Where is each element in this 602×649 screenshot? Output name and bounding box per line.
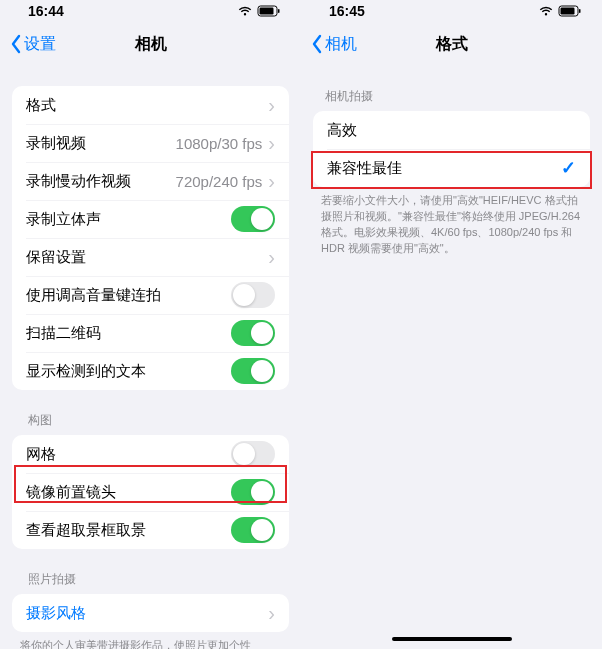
section-header-composition: 构图 [0, 390, 301, 435]
home-indicator [392, 637, 512, 641]
battery-icon [257, 5, 281, 17]
group-formats: 高效兼容性最佳✓ [313, 111, 590, 187]
back-label: 相机 [325, 34, 357, 55]
chevron-right-icon: › [268, 603, 275, 623]
status-time: 16:44 [28, 3, 64, 19]
cell-label: 镜像前置镜头 [26, 483, 231, 502]
chevron-right-icon: › [268, 171, 275, 191]
toggle[interactable] [231, 441, 275, 467]
cell-label: 扫描二维码 [26, 324, 231, 343]
photo-row-0[interactable]: 摄影风格› [12, 594, 289, 632]
cell-label: 兼容性最佳 [327, 159, 561, 178]
chevron-left-icon [10, 34, 22, 54]
cell-label: 显示检测到的文本 [26, 362, 231, 381]
screen-formats: 16:45 相机 格式 相机拍摄 高效兼容性最佳✓ 若要缩小文件大小，请使用"高… [301, 0, 602, 649]
cell-label: 高效 [327, 121, 576, 140]
group-main: 格式›录制视频1080p/30 fps›录制慢动作视频720p/240 fps›… [12, 86, 289, 390]
status-icons [538, 5, 582, 17]
main-row-4[interactable]: 保留设置› [12, 238, 289, 276]
back-label: 设置 [24, 34, 56, 55]
svg-rect-2 [278, 9, 280, 13]
section-footer-formats: 若要缩小文件大小，请使用"高效"HEIF/HEVC 格式拍摄照片和视频。"兼容性… [301, 187, 602, 257]
status-time: 16:45 [329, 3, 365, 19]
chevron-right-icon: › [268, 133, 275, 153]
format-row-0[interactable]: 高效 [313, 111, 590, 149]
check-icon: ✓ [561, 157, 576, 179]
toggle[interactable] [231, 358, 275, 384]
main-row-5[interactable]: 使用调高音量键连拍 [12, 276, 289, 314]
cell-label: 录制立体声 [26, 210, 231, 229]
svg-rect-4 [561, 8, 575, 15]
main-row-3[interactable]: 录制立体声 [12, 200, 289, 238]
toggle[interactable] [231, 282, 275, 308]
cell-label: 保留设置 [26, 248, 268, 267]
cell-label: 查看超取景框取景 [26, 521, 231, 540]
cell-label: 录制视频 [26, 134, 176, 153]
composition-row-0[interactable]: 网格 [12, 435, 289, 473]
cell-label: 录制慢动作视频 [26, 172, 176, 191]
main-row-7[interactable]: 显示检测到的文本 [12, 352, 289, 390]
back-button[interactable]: 设置 [10, 34, 56, 55]
main-row-2[interactable]: 录制慢动作视频720p/240 fps› [12, 162, 289, 200]
toggle[interactable] [231, 517, 275, 543]
composition-row-1[interactable]: 镜像前置镜头 [12, 473, 289, 511]
svg-rect-1 [260, 8, 274, 15]
wifi-icon [237, 5, 253, 17]
chevron-right-icon: › [268, 247, 275, 267]
format-row-1[interactable]: 兼容性最佳✓ [313, 149, 590, 187]
main-row-6[interactable]: 扫描二维码 [12, 314, 289, 352]
main-row-0[interactable]: 格式› [12, 86, 289, 124]
cell-label: 摄影风格 [26, 604, 268, 623]
svg-rect-5 [579, 9, 581, 13]
nav-title: 格式 [436, 34, 468, 55]
battery-icon [558, 5, 582, 17]
main-row-1[interactable]: 录制视频1080p/30 fps› [12, 124, 289, 162]
wifi-icon [538, 5, 554, 17]
cell-detail: 720p/240 fps [176, 173, 263, 190]
section-footer-photo: 将你的个人审美带进摄影作品，使照片更加个性化。"摄影风格"使用先进的场景理解技术… [0, 632, 301, 649]
cell-label: 使用调高音量键连拍 [26, 286, 231, 305]
cell-detail: 1080p/30 fps [176, 135, 263, 152]
nav-title: 相机 [135, 34, 167, 55]
status-bar: 16:44 [0, 0, 301, 22]
composition-row-2[interactable]: 查看超取景框取景 [12, 511, 289, 549]
status-bar: 16:45 [301, 0, 602, 22]
nav-bar: 设置 相机 [0, 22, 301, 66]
chevron-right-icon: › [268, 95, 275, 115]
chevron-left-icon [311, 34, 323, 54]
back-button[interactable]: 相机 [311, 34, 357, 55]
toggle[interactable] [231, 206, 275, 232]
nav-bar: 相机 格式 [301, 22, 602, 66]
section-header-capture: 相机拍摄 [301, 66, 602, 111]
toggle[interactable] [231, 320, 275, 346]
screen-camera-settings: 16:44 设置 相机 格式›录制视频1080p/30 fps›录制慢动作视频7… [0, 0, 301, 649]
cell-label: 网格 [26, 445, 231, 464]
group-composition: 网格镜像前置镜头查看超取景框取景 [12, 435, 289, 549]
section-header-photo: 照片拍摄 [0, 549, 301, 594]
status-icons [237, 5, 281, 17]
cell-label: 格式 [26, 96, 268, 115]
group-photo: 摄影风格› [12, 594, 289, 632]
toggle[interactable] [231, 479, 275, 505]
